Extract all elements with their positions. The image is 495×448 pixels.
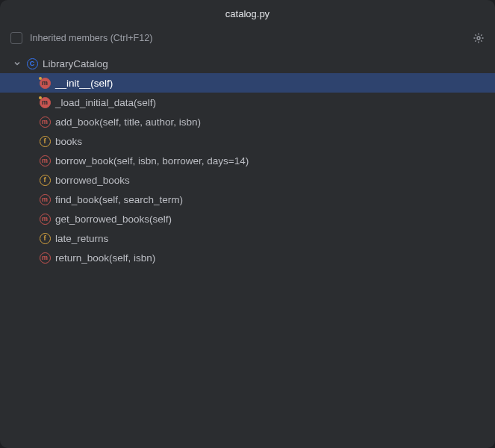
structure-popup: catalog.py Inherited members (Ctrl+F12) … — [0, 0, 495, 448]
method-icon: m — [39, 193, 51, 205]
member-label: borrow_book(self, isbn, borrower, days=1… — [55, 155, 249, 167]
member-label: __init__(self) — [55, 78, 113, 89]
member-label: return_book(self, isbn) — [55, 252, 155, 264]
tree-member-row[interactable]: m__init__(self) — [0, 73, 495, 93]
field-icon: f — [39, 232, 51, 244]
tree-member-row[interactable]: m_load_initial_data(self) — [0, 93, 495, 112]
structure-tree: C LibraryCatalog m__init__(self)m_load_i… — [0, 49, 495, 448]
member-label: find_book(self, search_term) — [55, 194, 183, 205]
inherited-label: Inherited members (Ctrl+F12) — [30, 33, 152, 43]
members-list: m__init__(self)m_load_initial_data(self)… — [0, 73, 495, 267]
inherited-checkbox[interactable] — [10, 32, 22, 44]
member-label: late_returns — [55, 233, 108, 244]
method-icon: m — [39, 213, 51, 225]
tree-member-row[interactable]: mget_borrowed_books(self) — [0, 209, 495, 228]
method-icon: m — [39, 116, 51, 128]
field-icon: f — [39, 135, 51, 147]
member-label: _load_initial_data(self) — [55, 97, 156, 108]
chevron-down-icon[interactable] — [13, 59, 22, 68]
toolbar-left: Inherited members (Ctrl+F12) — [10, 32, 152, 44]
member-label: add_book(self, title, author, isbn) — [55, 116, 201, 128]
gear-icon[interactable] — [473, 32, 485, 44]
method-icon: m — [39, 77, 51, 89]
tree-member-row[interactable]: mfind_book(self, search_term) — [0, 190, 495, 209]
method-icon: m — [39, 96, 51, 108]
toolbar: Inherited members (Ctrl+F12) — [0, 27, 495, 49]
class-label: LibraryCatalog — [43, 58, 108, 69]
tree-root-row[interactable]: C LibraryCatalog — [0, 54, 495, 73]
tree-member-row[interactable]: mreturn_book(self, isbn) — [0, 248, 495, 267]
class-icon: C — [26, 57, 38, 69]
svg-point-0 — [477, 37, 480, 40]
tree-member-row[interactable]: madd_book(self, title, author, isbn) — [0, 112, 495, 131]
tree-member-row[interactable]: fbooks — [0, 131, 495, 151]
tree-member-row[interactable]: flate_returns — [0, 228, 495, 248]
member-label: get_borrowed_books(self) — [55, 214, 172, 225]
titlebar: catalog.py — [0, 0, 495, 27]
method-icon: m — [39, 155, 51, 167]
field-icon: f — [39, 174, 51, 186]
member-label: books — [55, 136, 82, 147]
method-icon: m — [39, 252, 51, 264]
tree-member-row[interactable]: mborrow_book(self, isbn, borrower, days=… — [0, 151, 495, 170]
file-title: catalog.py — [225, 8, 270, 19]
tree-member-row[interactable]: fborrowed_books — [0, 170, 495, 190]
member-label: borrowed_books — [55, 175, 130, 186]
